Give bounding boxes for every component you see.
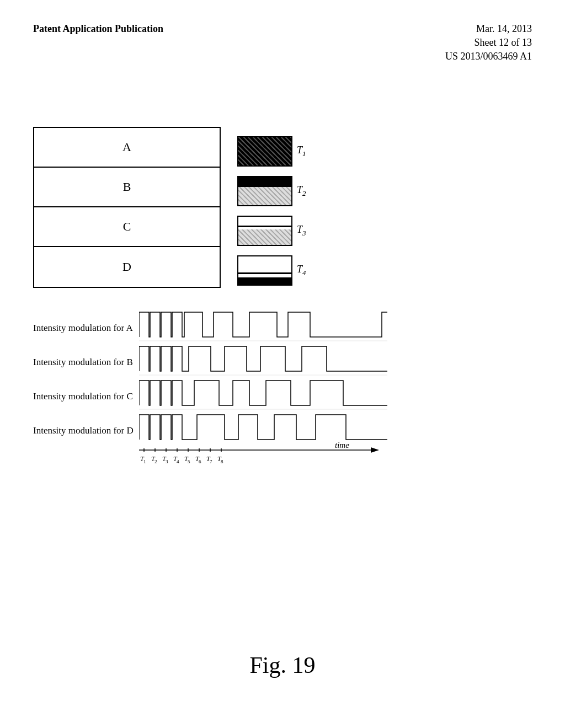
patent-number: US 2013/0063469 A1 bbox=[445, 50, 532, 63]
svg-text:1: 1 bbox=[143, 459, 146, 464]
t3-row: T3 bbox=[237, 211, 306, 250]
waveform-svg: T 1 T 2 T 3 T 4 T 5 T 6 T 7 T 8 time bbox=[139, 307, 387, 478]
abcd-row-a: A bbox=[34, 128, 220, 168]
t-patterns: T1 T2 T3 bbox=[237, 127, 306, 290]
intensity-label-d: Intensity modulation for D bbox=[33, 414, 139, 448]
t4-pattern bbox=[237, 255, 292, 286]
page-header: Patent Application Publication Mar. 14, … bbox=[33, 22, 532, 64]
waveform-d bbox=[139, 415, 387, 440]
abcd-row-d: D bbox=[34, 247, 220, 287]
t2-label: T2 bbox=[297, 184, 306, 198]
svg-text:5: 5 bbox=[188, 459, 190, 464]
t1-label: T1 bbox=[297, 144, 306, 158]
t2-row: T2 bbox=[237, 171, 306, 211]
sheet-info: Sheet 12 of 13 bbox=[445, 36, 532, 50]
intensity-labels: Intensity modulation for A Intensity mod… bbox=[33, 307, 139, 448]
t4-label: T4 bbox=[297, 264, 306, 277]
pub-date: Mar. 14, 2013 bbox=[445, 22, 532, 36]
t1-row: T1 bbox=[237, 131, 306, 171]
waveform-a bbox=[139, 312, 387, 337]
intensity-label-a: Intensity modulation for A bbox=[33, 311, 139, 345]
figure-caption: Fig. 19 bbox=[0, 652, 565, 678]
waveform-container: T 1 T 2 T 3 T 4 T 5 T 6 T 7 T 8 time bbox=[139, 307, 532, 478]
abcd-table: A B C D bbox=[33, 127, 221, 288]
intensity-label-b: Intensity modulation for B bbox=[33, 345, 139, 379]
t3-pattern bbox=[237, 216, 292, 246]
header-right: Mar. 14, 2013 Sheet 12 of 13 US 2013/006… bbox=[445, 22, 532, 64]
bottom-section: Intensity modulation for A Intensity mod… bbox=[33, 307, 532, 478]
publication-title: Patent Application Publication bbox=[33, 22, 163, 36]
top-section: A B C D T1 T2 bbox=[33, 127, 532, 290]
t2-pattern bbox=[237, 176, 292, 206]
svg-text:6: 6 bbox=[199, 459, 201, 464]
t3-label: T3 bbox=[297, 224, 306, 238]
figure-container: A B C D T1 T2 bbox=[33, 127, 532, 478]
header-left: Patent Application Publication bbox=[33, 22, 163, 36]
t4-row: T4 bbox=[237, 250, 306, 290]
svg-text:4: 4 bbox=[177, 459, 179, 464]
t1-pattern bbox=[237, 136, 292, 167]
abcd-row-c: C bbox=[34, 207, 220, 247]
svg-text:2: 2 bbox=[154, 459, 157, 464]
waveform-b bbox=[139, 346, 387, 371]
waveform-c bbox=[139, 381, 387, 405]
svg-text:7: 7 bbox=[210, 459, 212, 464]
time-text: time bbox=[335, 441, 349, 449]
svg-text:3: 3 bbox=[166, 459, 168, 464]
time-arrow bbox=[371, 447, 379, 453]
svg-text:8: 8 bbox=[221, 459, 223, 464]
abcd-row-b: B bbox=[34, 168, 220, 207]
intensity-label-c: Intensity modulation for C bbox=[33, 379, 139, 414]
